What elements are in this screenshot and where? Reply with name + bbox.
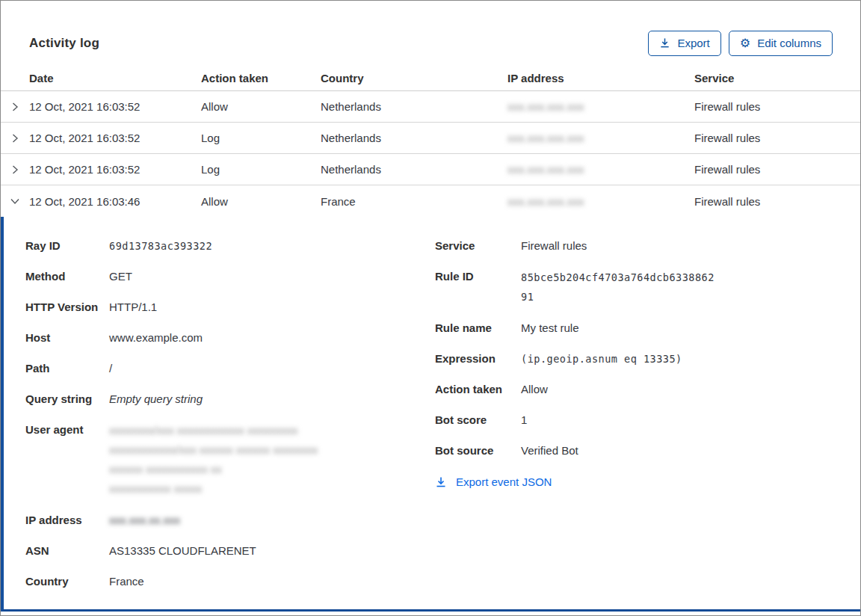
detail-field-rule-name: Rule name My test rule (435, 319, 860, 337)
page-title: Activity log (29, 36, 99, 51)
field-value: Verified Bot (521, 442, 578, 460)
field-value: Allow (521, 381, 548, 398)
field-value: My test rule (521, 319, 579, 337)
export-event-json-label: Export event JSON (456, 475, 552, 488)
activity-log-panel: Activity log Export ⚙ Edit columns Date … (0, 0, 861, 616)
field-value: 69d13783ac393322 (109, 237, 212, 255)
field-label: Ray ID (25, 237, 109, 255)
export-event-json-link[interactable]: Export event JSON (435, 475, 552, 488)
redacted-ip: xxx.xxx.xxx.xxx (507, 100, 584, 113)
redacted-ip: xxx.xxx.xxx.xxx (507, 195, 584, 208)
table-row[interactable]: 12 Oct, 2021 16:03:52 Log Netherlands xx… (1, 154, 860, 185)
export-button-label: Export (677, 37, 709, 49)
field-value: / (109, 360, 112, 378)
redacted-ip: xxx.xxx.xxx.xxx (507, 132, 584, 144)
field-value: France (109, 573, 144, 591)
detail-field-country: Country France (25, 573, 435, 591)
field-label: Expression (435, 350, 521, 368)
field-label: Bot source (435, 442, 521, 460)
cell-ip-address: xxx.xxx.xxx.xxx (507, 195, 694, 208)
detail-field-bot-source: Bot source Verified Bot (435, 442, 860, 460)
field-value: Empty query string (109, 390, 203, 408)
field-value: AS13335 CLOUDFLARENET (109, 542, 256, 560)
field-label: User agent (25, 421, 109, 499)
column-header-service[interactable]: Service (694, 72, 860, 84)
detail-field-method: Method GET (25, 268, 435, 286)
detail-field-path: Path / (25, 360, 435, 378)
chevron-right-icon[interactable] (1, 101, 29, 113)
cell-service: Firewall rules (694, 100, 860, 113)
cell-service: Firewall rules (694, 195, 860, 208)
detail-field-query-string: Query string Empty query string (25, 390, 435, 408)
chevron-down-icon[interactable] (1, 195, 29, 207)
cell-date: 12 Oct, 2021 16:03:52 (29, 100, 201, 113)
field-value: HTTP/1.1 (109, 298, 157, 316)
cell-country: Netherlands (321, 100, 507, 113)
column-header-ip-address[interactable]: IP address (507, 72, 694, 84)
detail-field-http-version: HTTP Version HTTP/1.1 (25, 298, 435, 316)
table-header-row: Date Action taken Country IP address Ser… (1, 66, 860, 91)
field-label: Country (25, 573, 109, 591)
redacted-ip: xxx.xxx.xxx.xxx (507, 163, 584, 176)
export-button[interactable]: Export (648, 31, 720, 56)
field-value: 85bce5b204cf4703a764dcb633886291 (521, 268, 717, 307)
detail-field-rule-id: Rule ID 85bce5b204cf4703a764dcb633886291 (435, 268, 860, 307)
detail-right-column: Service Firewall rules Rule ID 85bce5b20… (435, 237, 860, 490)
cell-ip-address: xxx.xxx.xxx.xxx (507, 132, 694, 144)
column-header-action-taken[interactable]: Action taken (201, 72, 321, 84)
detail-field-host: Host www.example.com (25, 329, 435, 347)
detail-field-ray-id: Ray ID 69d13783ac393322 (25, 237, 435, 255)
detail-field-action-taken: Action taken Allow (435, 381, 860, 398)
toolbar: Export ⚙ Edit columns (648, 31, 833, 56)
table-row[interactable]: 12 Oct, 2021 16:03:52 Log Netherlands xx… (1, 123, 860, 154)
chevron-right-icon[interactable] (1, 132, 29, 144)
field-value-redacted: xxxxxxxx/xxx xxxxxxxxxxxx xxxxxxxxx xxxx… (109, 421, 318, 499)
detail-field-bot-score: Bot score 1 (435, 411, 860, 429)
cell-country: Netherlands (321, 132, 507, 144)
cell-ip-address: xxx.xxx.xxx.xxx (507, 163, 694, 176)
field-value: www.example.com (109, 329, 203, 347)
cell-date: 12 Oct, 2021 16:03:46 (29, 195, 201, 208)
field-label: Query string (25, 390, 109, 408)
cell-country: France (321, 195, 507, 208)
chevron-right-icon[interactable] (1, 164, 29, 176)
detail-field-asn: ASN AS13335 CLOUDFLARENET (25, 542, 435, 560)
cell-country: Netherlands (321, 163, 507, 176)
edit-columns-button-label: Edit columns (757, 37, 821, 49)
field-value-redacted: xxx.xxx.xx.xxx (109, 511, 180, 529)
table-row-expanded[interactable]: 12 Oct, 2021 16:03:46 Allow France xxx.x… (1, 185, 860, 217)
cell-action-taken: Log (201, 132, 321, 144)
edit-columns-button[interactable]: ⚙ Edit columns (729, 31, 833, 56)
download-icon (435, 476, 447, 488)
detail-field-user-agent: User agent xxxxxxxx/xxx xxxxxxxxxxxx xxx… (25, 421, 435, 499)
field-label: Method (25, 268, 109, 286)
field-value: GET (109, 268, 132, 286)
field-label: HTTP Version (25, 298, 109, 316)
field-label: Rule ID (435, 268, 521, 307)
cell-ip-address: xxx.xxx.xxx.xxx (507, 100, 694, 113)
cell-service: Firewall rules (694, 163, 860, 176)
detail-field-expression: Expression (ip.geoip.asnum eq 13335) (435, 350, 860, 368)
field-value: (ip.geoip.asnum eq 13335) (521, 350, 682, 368)
event-detail-panel: Ray ID 69d13783ac393322 Method GET HTTP … (1, 217, 860, 612)
gear-icon: ⚙ (740, 37, 750, 49)
field-value: 1 (521, 411, 527, 429)
field-label: Action taken (435, 381, 521, 398)
download-icon (659, 37, 670, 49)
field-label: Path (25, 360, 109, 378)
column-header-date[interactable]: Date (29, 72, 201, 84)
header: Activity log Export ⚙ Edit columns (1, 1, 860, 66)
cell-action-taken: Allow (201, 195, 321, 208)
cell-service: Firewall rules (694, 132, 860, 144)
table-row[interactable]: 12 Oct, 2021 16:03:52 Allow Netherlands … (1, 91, 860, 123)
column-header-country[interactable]: Country (321, 72, 507, 84)
cell-action-taken: Log (201, 163, 321, 176)
cell-date: 12 Oct, 2021 16:03:52 (29, 163, 201, 176)
field-label: IP address (25, 511, 109, 529)
cell-date: 12 Oct, 2021 16:03:52 (29, 132, 201, 144)
field-label: ASN (25, 542, 109, 560)
cell-action-taken: Allow (201, 100, 321, 113)
field-label: Service (435, 237, 521, 255)
detail-field-service: Service Firewall rules (435, 237, 860, 255)
field-label: Bot score (435, 411, 521, 429)
